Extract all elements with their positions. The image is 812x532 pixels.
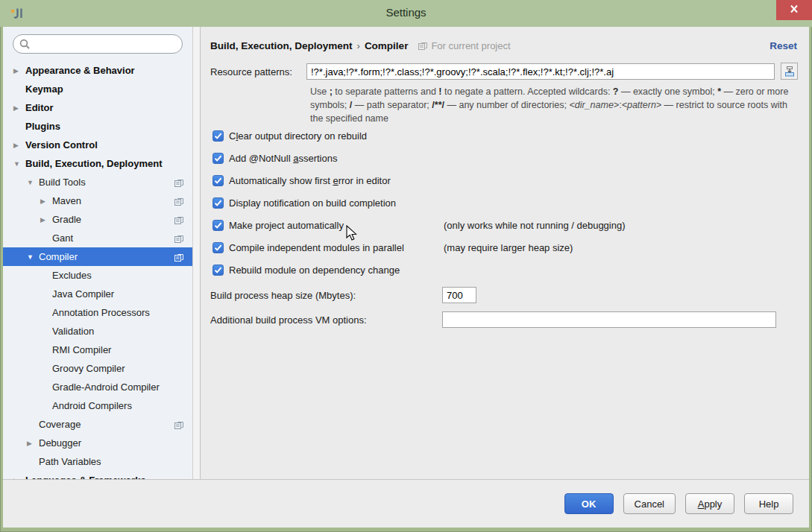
checkmark-icon — [213, 176, 223, 186]
chevron-right-icon[interactable]: ▶ — [13, 142, 25, 149]
scope-label: For current project — [431, 40, 510, 51]
sidebar-item-label: Gradle-Android Compiler — [52, 381, 160, 393]
checkbox-label-part: e — [333, 175, 338, 186]
shared-settings-icon — [174, 253, 183, 262]
checkbox-row-clear-output-directory-on-rebuild[interactable]: Clear output directory on rebuild — [210, 124, 797, 147]
sidebar-item-validation[interactable]: Validation — [3, 322, 192, 341]
sidebar-item-label: Appearance & Behavior — [25, 65, 135, 76]
checkmark-icon — [213, 153, 223, 163]
sidebar-item-editor[interactable]: ▶Editor — [3, 98, 192, 117]
checkbox-row-display-notification-on-build-completion[interactable]: Display notification on build completion — [210, 191, 797, 214]
checkbox-label-part: Rebuild module on dependency change — [229, 265, 400, 276]
sidebar-item-gant[interactable]: Gant — [3, 229, 192, 247]
sidebar-item-annotation-processors[interactable]: Annotation Processors — [3, 303, 192, 322]
ok-button[interactable]: OK — [564, 493, 614, 514]
chevron-down-icon[interactable]: ▼ — [27, 179, 39, 186]
sidebar-item-appearance-behavior[interactable]: ▶Appearance & Behavior — [3, 61, 192, 80]
checkbox-row-automatically-show-first-error-in-editor[interactable]: Automatically show first error in editor — [210, 169, 797, 191]
sidebar-item-label: Editor — [25, 102, 54, 113]
breadcrumb-parent[interactable]: Build, Execution, Deployment — [210, 40, 353, 51]
compiler-options-list: Clear output directory on rebuildAdd @No… — [210, 124, 797, 281]
checkbox-clear-output-directory-on-rebuild[interactable] — [213, 130, 224, 142]
sidebar-item-label: Compiler — [39, 251, 78, 262]
sidebar-item-gradle[interactable]: ▶Gradle — [3, 210, 192, 229]
sidebar-item-debugger[interactable]: ▶Debugger — [3, 434, 192, 452]
chevron-right-icon[interactable]: ▶ — [40, 216, 52, 224]
chevron-down-icon[interactable]: ▼ — [27, 253, 39, 261]
sidebar-item-plugins[interactable]: Plugins — [3, 117, 192, 136]
dialog-button-bar: OKCancelApplyHelp — [3, 479, 809, 528]
checkbox-row-add-notnull-assertions[interactable]: Add @NotNull assertions — [210, 147, 797, 169]
chevron-right-icon[interactable]: ▶ — [27, 440, 39, 447]
checkbox-automatically-show-first-error-in-editor[interactable] — [213, 175, 224, 186]
sidebar-item-rmi-compiler[interactable]: RMI Compiler — [3, 341, 192, 359]
checkbox-display-notification-on-build-completion[interactable] — [213, 197, 224, 209]
checkbox-row-rebuild-module-on-dependency-change[interactable]: Rebuild module on dependency change — [210, 259, 797, 281]
search-box[interactable] — [13, 34, 183, 54]
sidebar-item-build-execution-deployment[interactable]: ▼Build, Execution, Deployment — [3, 154, 192, 173]
sidebar-item-version-control[interactable]: ▶Version Control — [3, 136, 192, 154]
chevron-down-icon[interactable]: ▼ — [13, 160, 25, 168]
breadcrumb-separator: › — [357, 40, 360, 51]
sidebar-item-gradle-android-compiler[interactable]: Gradle-Android Compiler — [3, 378, 192, 396]
checkbox-row-compile-independent-modules-in-parallel[interactable]: Compile independent modules in parallel(… — [210, 236, 797, 259]
close-button[interactable] — [776, 0, 812, 20]
button-label-part: pply — [704, 498, 722, 510]
checkbox-rebuild-module-on-dependency-change[interactable] — [213, 265, 224, 276]
sidebar-item-java-compiler[interactable]: Java Compiler — [3, 285, 192, 303]
shared-settings-icon — [418, 41, 427, 50]
search-input[interactable] — [34, 36, 182, 52]
checkbox-label: Display notification on build completion — [229, 197, 396, 209]
vm-options-input[interactable] — [442, 311, 776, 328]
sidebar-item-label: Validation — [52, 326, 94, 337]
sidebar-item-compiler[interactable]: ▼Compiler — [3, 247, 192, 266]
chevron-right-icon[interactable]: ▶ — [40, 197, 52, 205]
sidebar-item-path-variables[interactable]: Path Variables — [3, 452, 192, 471]
sidebar-item-label: Gant — [52, 232, 73, 244]
checkbox-add-notnull-assertions[interactable] — [213, 153, 224, 164]
window-title: Settings — [0, 6, 812, 19]
cancel-button[interactable]: Cancel — [623, 493, 676, 514]
checkbox-label: Compile independent modules in parallel — [229, 242, 404, 253]
resource-patterns-label: Resource patterns: — [210, 66, 292, 77]
help-button[interactable]: Help — [744, 493, 793, 514]
sidebar-item-keymap[interactable]: Keymap — [3, 80, 192, 98]
sidebar-scrollbar[interactable] — [192, 27, 201, 479]
sidebar-item-groovy-compiler[interactable]: Groovy Compiler — [3, 359, 192, 378]
scope-badge: For current project — [418, 40, 510, 51]
sidebar-item-label: Groovy Compiler — [52, 363, 125, 374]
sidebar-item-label: RMI Compiler — [52, 344, 111, 355]
checkmark-icon — [213, 221, 223, 230]
chevron-right-icon[interactable]: ▶ — [13, 104, 25, 112]
sidebar-item-coverage[interactable]: Coverage — [3, 415, 192, 434]
checkbox-label-part: Automatically show first — [229, 175, 333, 186]
help-text-segment: to negate a pattern. Accepted wildcards: — [442, 86, 613, 97]
checkbox-label-part: C — [229, 130, 236, 142]
resource-patterns-input[interactable] — [306, 63, 775, 80]
title-bar[interactable]: Settings — [0, 0, 812, 27]
sidebar-item-label: Path Variables — [39, 456, 101, 467]
expand-field-icon — [784, 66, 796, 77]
sidebar-item-label: Version Control — [25, 139, 98, 151]
sidebar-item-languages-frameworks[interactable]: ▶Languages & Frameworks — [3, 471, 192, 479]
sidebar-item-excludes[interactable]: Excludes — [3, 266, 192, 285]
sidebar-item-label: Gradle — [52, 214, 81, 225]
checkbox-make-project-automatically[interactable] — [213, 220, 224, 231]
sidebar-item-build-tools[interactable]: ▼Build Tools — [3, 173, 192, 191]
pattern-help-text: Use ; to separate patterns and ! to nega… — [310, 85, 793, 125]
checkbox-label-part: ssertions — [298, 153, 337, 164]
checkmark-icon — [213, 243, 223, 253]
reset-link[interactable]: Reset — [769, 40, 797, 51]
heap-size-input[interactable] — [442, 287, 476, 303]
sidebar-item-maven[interactable]: ▶Maven — [3, 191, 192, 210]
expand-field-button[interactable] — [781, 63, 798, 80]
checkbox-row-make-project-automatically[interactable]: Make project automatically(only works wh… — [210, 214, 797, 236]
chevron-right-icon[interactable]: ▶ — [13, 67, 25, 75]
option-note: (only works while not running / debuggin… — [444, 220, 626, 231]
checkmark-icon — [213, 131, 223, 141]
sidebar-item-label: Excludes — [52, 270, 92, 281]
apply-button[interactable]: Apply — [685, 493, 734, 514]
checkbox-compile-independent-modules-in-parallel[interactable] — [213, 242, 224, 253]
sidebar-item-android-compilers[interactable]: Android Compilers — [3, 396, 192, 415]
shared-settings-icon — [174, 234, 183, 243]
